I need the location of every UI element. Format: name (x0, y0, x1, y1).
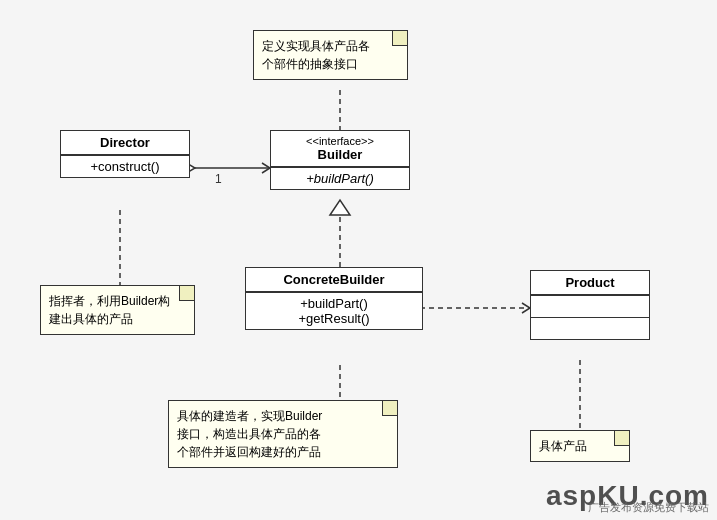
builder-box: <<interface>> Builder +buildPart() (270, 130, 410, 190)
builder-title: <<interface>> Builder (271, 131, 409, 167)
director-box: Director +construct() (60, 130, 190, 178)
director-note-text: 指挥者，利用Builder构建出具体的产品 (49, 294, 170, 326)
product-note: 具体产品 (530, 430, 630, 462)
builder-methods: +buildPart() (271, 167, 409, 189)
builder-method-1: +buildPart() (279, 171, 401, 186)
concrete-note-text: 具体的建造者，实现Builder接口，构造出具体产品的各个部件并返回构建好的产品 (177, 409, 322, 459)
concrete-builder-box: ConcreteBuilder +buildPart() +getResult(… (245, 267, 423, 330)
diagram-area: Director +construct() <<interface>> Buil… (0, 0, 717, 520)
builder-name: Builder (279, 147, 401, 162)
multiplicity-label: 1 (215, 172, 222, 186)
product-note-text: 具体产品 (539, 439, 587, 453)
concrete-method-2: +getResult() (254, 311, 414, 326)
product-section1 (531, 295, 649, 317)
svg-marker-4 (330, 200, 350, 215)
watermark-sub: 广告发布资源免费下载站 (588, 500, 709, 515)
director-note: 指挥者，利用Builder构建出具体的产品 (40, 285, 195, 335)
product-box: Product (530, 270, 650, 340)
concrete-method-1: +buildPart() (254, 296, 414, 311)
product-section2 (531, 317, 649, 339)
director-methods: +construct() (61, 155, 189, 177)
product-title: Product (531, 271, 649, 295)
builder-note-text: 定义实现具体产品各个部件的抽象接口 (262, 39, 370, 71)
builder-stereotype: <<interface>> (279, 135, 401, 147)
concrete-note: 具体的建造者，实现Builder接口，构造出具体产品的各个部件并返回构建好的产品 (168, 400, 398, 468)
director-title: Director (61, 131, 189, 155)
builder-note: 定义实现具体产品各个部件的抽象接口 (253, 30, 408, 80)
concrete-builder-title: ConcreteBuilder (246, 268, 422, 292)
director-method-1: +construct() (69, 159, 181, 174)
concrete-builder-methods: +buildPart() +getResult() (246, 292, 422, 329)
